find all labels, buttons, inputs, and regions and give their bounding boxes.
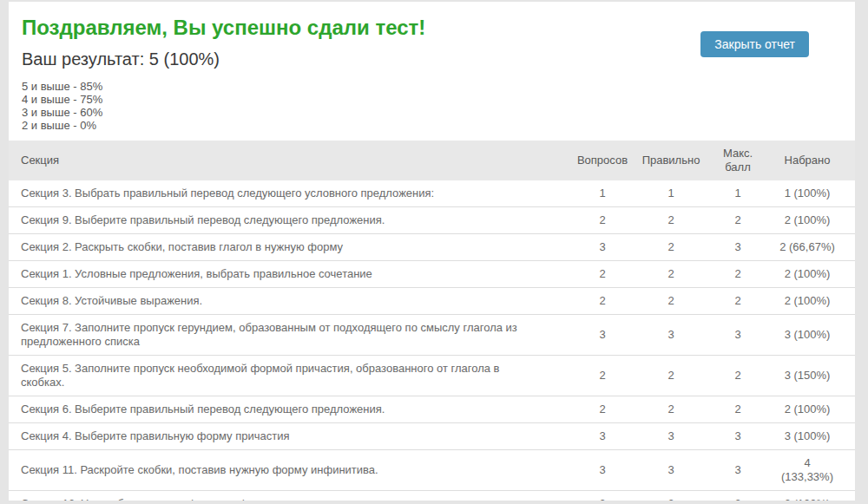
scored-cell: 2 (100%) xyxy=(770,207,855,234)
table-row: Секция 6. Выберите правильный перевод сл… xyxy=(9,396,855,423)
max-score-cell: 3 xyxy=(706,450,770,491)
max-score-cell: 2 xyxy=(706,207,770,234)
max-score-cell: 2 xyxy=(706,261,770,288)
questions-cell: 2 xyxy=(569,288,636,315)
results-table-header: Секция Вопросов Правильно Макс. балл Наб… xyxy=(9,141,855,180)
questions-cell: 3 xyxy=(569,315,636,356)
correct-cell: 1 xyxy=(636,180,706,207)
scored-cell: 2 (100%) xyxy=(770,491,855,501)
correct-cell: 3 xyxy=(636,315,706,356)
header-questions: Вопросов xyxy=(569,141,636,180)
max-score-cell: 3 xyxy=(706,234,770,261)
header-row: Секция Вопросов Правильно Макс. балл Наб… xyxy=(9,141,855,180)
section-cell: Секция 8. Устойчивые выражения. xyxy=(9,288,569,315)
correct-cell: 3 xyxy=(636,423,706,450)
scored-cell: 2 (66,67%) xyxy=(770,234,855,261)
section-cell: Секция 5. Заполните пропуск необходимой … xyxy=(9,356,569,396)
questions-cell: 1 xyxy=(569,180,636,207)
max-score-cell: 1 xyxy=(706,180,770,207)
max-score-cell: 2 xyxy=(706,288,770,315)
scored-cell: 3 (100%) xyxy=(770,315,855,356)
questions-cell: 3 xyxy=(569,450,636,491)
correct-cell: 2 xyxy=(636,288,706,315)
questions-cell: 2 xyxy=(569,207,636,234)
report-panel: Поздравляем, Вы успешно сдали тест! Ваш … xyxy=(9,2,855,501)
section-cell: Секция 4. Выберите правильную форму прич… xyxy=(9,423,569,450)
grade-scale-line: 2 и выше - 0% xyxy=(22,119,842,132)
table-row: Секция 7. Заполните пропуск герундием, о… xyxy=(9,315,855,356)
table-row: Секция 11. Раскройте скобки, поставив ну… xyxy=(9,450,855,491)
correct-cell: 2 xyxy=(636,396,706,423)
grade-scale: 5 и выше - 85% 4 и выше - 75% 3 и выше -… xyxy=(22,80,842,132)
scored-cell: 4 (133,33%) xyxy=(770,450,855,491)
max-score-cell: 2 xyxy=(706,491,770,501)
grade-scale-line: 3 и выше - 60% xyxy=(22,106,842,119)
table-row: Секция 1. Условные предложения, выбрать … xyxy=(9,261,855,288)
section-cell: Секция 6. Выберите правильный перевод сл… xyxy=(9,396,569,423)
questions-cell: 2 xyxy=(569,396,636,423)
section-cell: Секция 1. Условные предложения, выбрать … xyxy=(9,261,569,288)
results-table: Секция Вопросов Правильно Макс. балл Наб… xyxy=(9,141,855,501)
report-header: Поздравляем, Вы успешно сдали тест! Ваш … xyxy=(9,2,855,137)
header-scored: Набрано xyxy=(770,141,855,180)
scored-cell: 3 (150%) xyxy=(770,356,855,396)
questions-cell: 3 xyxy=(569,234,636,261)
table-row: Секция 3. Выбрать правильный перевод сле… xyxy=(9,180,855,207)
section-cell: Секция 12. Употребите нужную форму инфин… xyxy=(9,491,569,501)
table-row: Секция 4. Выберите правильную форму прич… xyxy=(9,423,855,450)
close-report-button[interactable]: Закрыть отчет xyxy=(700,31,809,57)
correct-cell: 2 xyxy=(636,356,706,396)
questions-cell: 2 xyxy=(569,356,636,396)
section-cell: Секция 11. Раскройте скобки, поставив ну… xyxy=(9,450,569,491)
section-cell: Секция 2. Раскрыть скобки, поставив глаг… xyxy=(9,234,569,261)
table-row: Секция 2. Раскрыть скобки, поставив глаг… xyxy=(9,234,855,261)
table-row: Секция 5. Заполните пропуск необходимой … xyxy=(9,356,855,396)
correct-cell: 3 xyxy=(636,450,706,491)
questions-cell: 2 xyxy=(569,491,636,501)
correct-cell: 2 xyxy=(636,491,706,501)
max-score-cell: 3 xyxy=(706,315,770,356)
correct-cell: 2 xyxy=(636,207,706,234)
max-score-cell: 2 xyxy=(706,356,770,396)
scored-cell: 3 (100%) xyxy=(770,423,855,450)
scored-cell: 2 (100%) xyxy=(770,396,855,423)
section-cell: Секция 9. Выберите правильный перевод сл… xyxy=(9,207,569,234)
header-correct: Правильно xyxy=(636,141,706,180)
scored-cell: 2 (100%) xyxy=(770,261,855,288)
correct-cell: 2 xyxy=(636,234,706,261)
correct-cell: 2 xyxy=(636,261,706,288)
header-max-score: Макс. балл xyxy=(706,141,770,180)
scored-cell: 1 (100%) xyxy=(770,180,855,207)
results-table-body: Секция 3. Выбрать правильный перевод сле… xyxy=(9,180,855,501)
max-score-cell: 2 xyxy=(706,396,770,423)
table-row: Секция 9. Выберите правильный перевод сл… xyxy=(9,207,855,234)
grade-scale-line: 5 и выше - 85% xyxy=(22,80,842,93)
table-row: Секция 12. Употребите нужную форму инфин… xyxy=(9,491,855,501)
section-cell: Секция 3. Выбрать правильный перевод сле… xyxy=(9,180,569,207)
section-cell: Секция 7. Заполните пропуск герундием, о… xyxy=(9,315,569,356)
questions-cell: 2 xyxy=(569,261,636,288)
scored-cell: 2 (100%) xyxy=(770,288,855,315)
questions-cell: 3 xyxy=(569,423,636,450)
max-score-cell: 3 xyxy=(706,423,770,450)
table-row: Секция 8. Устойчивые выражения. 2 2 2 2 … xyxy=(9,288,855,315)
grade-scale-line: 4 и выше - 75% xyxy=(22,93,842,106)
header-section: Секция xyxy=(9,141,569,180)
